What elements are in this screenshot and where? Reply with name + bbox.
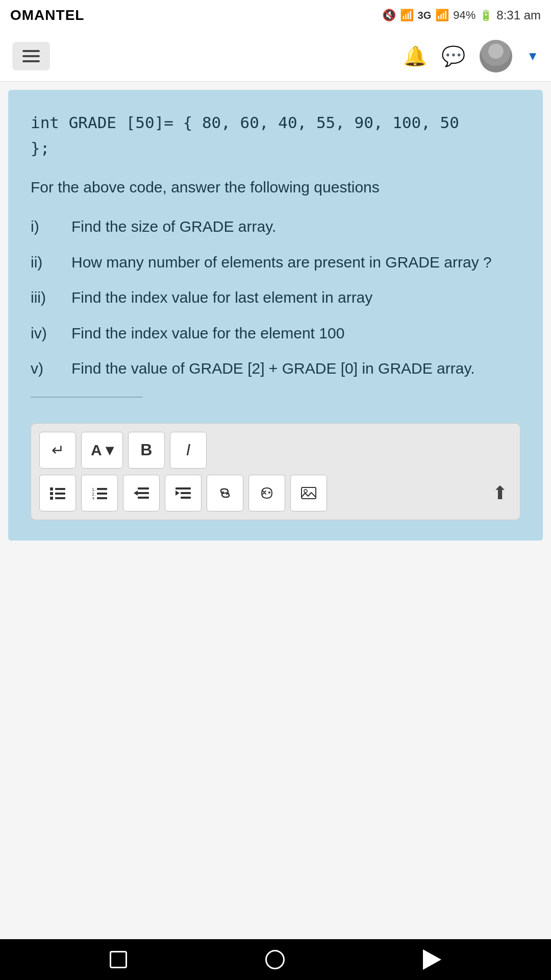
status-bar: OMANTEL 🔇 📶 3G 📶 94% 🔋 8:31 am [0,0,551,31]
svg-rect-12 [138,487,149,489]
nav-bar: 🔔 💬 ▼ [0,31,551,82]
upload-button[interactable]: ⬆ [488,478,512,508]
avatar-image [480,40,512,72]
signal-bars-icon: 📶 [435,9,449,22]
question-intro: For the above code, answer the following… [31,175,520,200]
android-back-button[interactable] [423,949,441,970]
italic-button[interactable]: I [170,432,207,469]
answer-divider [31,397,143,398]
list-item: ii) How many number of elements are pres… [31,250,520,275]
bold-button[interactable]: B [128,432,165,469]
list-item: v) Find the value of GRADE [2] + GRADE [… [31,356,520,381]
question-text-1: Find the size of GRADE array. [71,214,520,239]
avatar[interactable] [480,40,512,72]
android-home-button[interactable] [265,950,285,969]
svg-rect-5 [55,497,65,499]
svg-rect-2 [50,492,53,495]
chat-icon[interactable]: 💬 [441,45,465,67]
battery-level: 94% [453,9,475,22]
svg-rect-19 [181,497,191,499]
question-text-2: How many number of elements are present … [71,250,520,275]
time-display: 8:31 am [496,8,541,22]
list-item: iii) Find the index value for last eleme… [31,285,520,310]
list-item: iv) Find the index value for the element… [31,321,520,346]
svg-rect-1 [55,488,65,490]
toolbar-row-1: ↵ A ▾ B I [39,432,512,469]
svg-point-21 [268,492,270,494]
hamburger-line-2 [22,55,40,57]
outdent-button[interactable] [123,475,160,511]
svg-rect-14 [138,492,149,494]
svg-rect-0 [50,487,53,491]
question-text-5: Find the value of GRADE [2] + GRADE [0] … [71,356,520,381]
dropdown-arrow-icon[interactable]: ▼ [527,49,539,63]
undo-button[interactable]: ↵ [39,432,76,469]
question-number-5: v) [31,356,71,381]
link-button[interactable] [207,475,243,511]
square-icon [110,951,127,968]
svg-rect-3 [55,493,65,495]
carrier-name: OMANTEL [10,7,84,23]
image-button[interactable] [290,475,327,511]
hamburger-line-3 [22,60,40,62]
svg-rect-15 [138,497,149,499]
hamburger-menu-button[interactable] [12,42,50,70]
wifi-icon: 📶 [400,9,414,22]
question-card: int GRADE [50]= { 80, 60, 40, 55, 90, 10… [8,90,543,541]
indent-button[interactable] [165,475,202,511]
question-number-1: i) [31,214,71,239]
bullet-list-button[interactable] [39,475,76,511]
mute-icon: 🔇 [382,9,396,22]
text-editor-toolbar: ↵ A ▾ B I [31,423,520,520]
circle-icon [265,950,285,969]
font-size-button[interactable]: A ▾ [81,432,123,469]
svg-rect-22 [302,487,316,499]
svg-point-23 [304,489,307,493]
svg-rect-16 [176,487,191,489]
nav-left [12,42,50,70]
svg-marker-17 [176,491,180,496]
svg-text:3.: 3. [92,496,96,500]
svg-line-20 [223,493,227,494]
question-number-4: iv) [31,321,71,346]
question-number-3: iii) [31,285,71,310]
numbered-list-button[interactable]: 1. 2. 3. [81,475,118,511]
question-text-4: Find the index value for the element 100 [71,321,520,346]
bell-icon[interactable]: 🔔 [403,45,427,67]
triangle-icon [423,949,441,970]
hamburger-line-1 [22,50,40,52]
svg-rect-4 [50,497,53,500]
toolbar-row-2: 1. 2. 3. [39,475,512,511]
svg-rect-18 [181,492,191,494]
question-number-2: ii) [31,250,71,275]
nav-right: 🔔 💬 ▼ [403,40,539,72]
network-icon: 3G [418,10,432,21]
svg-rect-9 [97,493,107,495]
android-square-button[interactable] [110,951,127,968]
battery-icon: 🔋 [480,9,492,21]
question-text-3: Find the index value for last element in… [71,285,520,310]
special-chars-button[interactable] [248,475,285,511]
svg-marker-13 [134,491,138,496]
bottom-nav-bar [0,939,551,980]
svg-rect-11 [97,497,107,499]
code-block: int GRADE [50]= { 80, 60, 40, 55, 90, 10… [31,110,520,161]
svg-rect-7 [97,488,107,490]
status-bar-right: 🔇 📶 3G 📶 94% 🔋 8:31 am [382,8,541,22]
list-item: i) Find the size of GRADE array. [31,214,520,239]
main-content: int GRADE [50]= { 80, 60, 40, 55, 90, 10… [0,82,551,939]
